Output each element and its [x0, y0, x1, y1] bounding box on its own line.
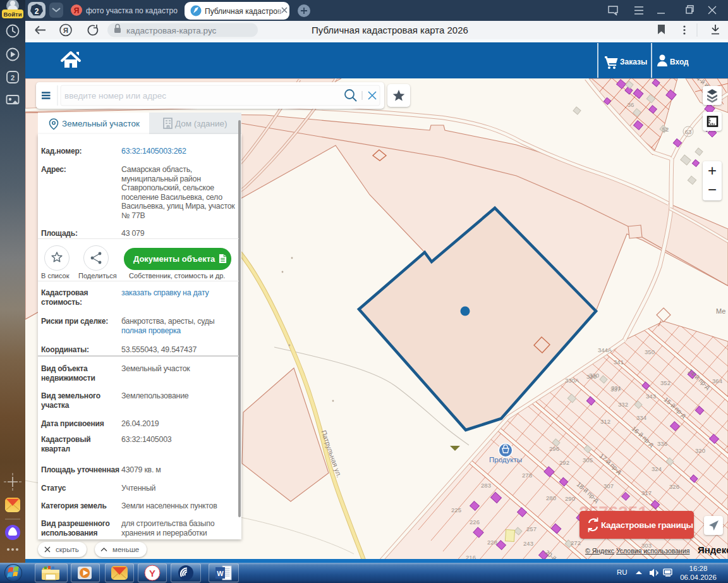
- svg-text:296: 296: [549, 445, 559, 452]
- svg-text:326: 326: [669, 483, 679, 490]
- svg-text:280: 280: [546, 494, 556, 501]
- svg-text:Y: Y: [149, 568, 155, 579]
- svg-text:352: 352: [660, 379, 670, 386]
- svg-text:2: 2: [11, 74, 15, 82]
- svg-text:Кадастровые границы: Кадастровые границы: [601, 520, 693, 530]
- svg-text:350: 350: [645, 348, 655, 355]
- svg-text:Дом (здание): Дом (здание): [175, 119, 228, 128]
- svg-text:225: 225: [451, 506, 461, 513]
- svg-text:324: 324: [652, 465, 662, 472]
- svg-text:336: 336: [657, 440, 667, 447]
- svg-text:364: 364: [712, 377, 722, 384]
- svg-text:292: 292: [559, 459, 569, 466]
- svg-text:317: 317: [641, 489, 652, 496]
- svg-text:52: 52: [662, 126, 669, 133]
- svg-text:272: 272: [571, 539, 581, 546]
- svg-text:W: W: [217, 570, 224, 577]
- svg-text:а: а: [277, 7, 282, 16]
- svg-text:226: 226: [470, 519, 480, 525]
- svg-text:341: 341: [614, 359, 624, 365]
- svg-text:330: 330: [589, 372, 599, 379]
- svg-text:фото участка по кадастро: фото участка по кадастро: [86, 6, 178, 15]
- svg-text:Ме: Ме: [716, 307, 725, 315]
- svg-text:2: 2: [35, 7, 39, 16]
- svg-text:Я: Я: [74, 6, 80, 15]
- svg-text:Заказы: Заказы: [620, 58, 647, 66]
- svg-text:228: 228: [487, 539, 497, 546]
- svg-text:216: 216: [466, 554, 476, 559]
- svg-text:283: 283: [481, 482, 491, 489]
- svg-text:Публичная кадастровая карта 20: Публичная кадастровая карта 2026: [312, 25, 468, 35]
- svg-text:кадастровая-карта.рус: кадастровая-карта.рус: [126, 26, 217, 35]
- svg-text:330A: 330A: [565, 377, 579, 384]
- svg-text:343: 343: [646, 393, 656, 400]
- svg-text:Я: Я: [63, 27, 68, 34]
- svg-text:312: 312: [600, 418, 610, 425]
- svg-text:290: 290: [565, 495, 575, 502]
- svg-text:257: 257: [526, 525, 537, 532]
- svg-text:Войти: Войти: [4, 11, 22, 18]
- svg-text:278: 278: [522, 472, 532, 479]
- svg-text:Вход: Вход: [670, 58, 689, 66]
- svg-text:63: 63: [685, 128, 692, 135]
- svg-text:Публичная кадастров: Публичная кадастров: [205, 7, 281, 16]
- svg-text:320: 320: [695, 447, 705, 454]
- svg-text:введите номер или адрес: введите номер или адрес: [64, 91, 166, 101]
- svg-text:Продукты: Продукты: [489, 456, 522, 463]
- svg-text:332: 332: [618, 401, 628, 408]
- svg-text:36: 36: [628, 101, 634, 108]
- svg-text:Земельный участок: Земельный участок: [62, 119, 140, 128]
- svg-text:243: 243: [523, 540, 533, 547]
- svg-text:344A: 344A: [598, 347, 612, 353]
- svg-text:305: 305: [583, 457, 593, 463]
- svg-text:307: 307: [604, 482, 614, 489]
- svg-text:334: 334: [636, 414, 646, 421]
- svg-text:331: 331: [611, 384, 621, 391]
